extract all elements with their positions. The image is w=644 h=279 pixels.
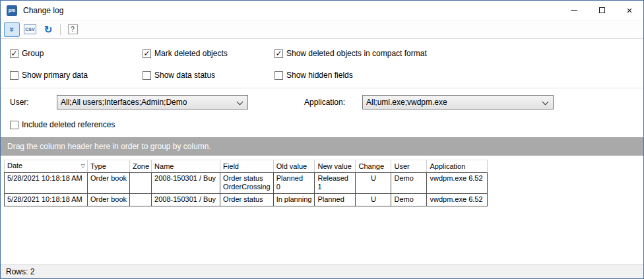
grid-body: 5/28/2021 10:18:18 AMOrder book2008-1503… bbox=[5, 173, 488, 206]
rows-count: Rows: 2 bbox=[6, 267, 34, 276]
column-header-label: Zone bbox=[133, 162, 149, 170]
toolbar-separator bbox=[60, 24, 61, 35]
checkbox-label: Include deleted references bbox=[22, 120, 115, 129]
column-header-label: New value bbox=[317, 162, 351, 170]
cell-application: vwdpm.exe 6.52 bbox=[427, 194, 488, 206]
cell-type: Order book bbox=[88, 173, 130, 194]
chevron-down-icon bbox=[237, 99, 243, 106]
column-header-user[interactable]: User bbox=[391, 160, 427, 173]
refresh-icon: ↻ bbox=[44, 24, 53, 34]
checkbox-label: Show data status bbox=[154, 71, 215, 80]
cell-user: Demo bbox=[391, 194, 427, 206]
close-button[interactable]: × bbox=[616, 1, 643, 20]
checkbox-checked-icon bbox=[274, 49, 283, 58]
close-icon: × bbox=[627, 5, 633, 15]
checkbox-label: Mark deleted objects bbox=[154, 49, 228, 58]
application-label: Application: bbox=[304, 98, 362, 107]
group-hint-text: Drag the column header here in order to … bbox=[7, 142, 211, 151]
column-header-label: Field bbox=[223, 162, 239, 170]
checkbox-show-data-status[interactable]: Show data status bbox=[143, 69, 274, 82]
column-header-label: Change bbox=[358, 162, 384, 170]
column-header-application[interactable]: Application bbox=[427, 160, 488, 173]
user-combobox-value: All;All users;Interfaces;Admin;Demo bbox=[61, 98, 187, 107]
cell-old-value: Planned 0 bbox=[273, 173, 315, 194]
cell-change: U bbox=[356, 173, 391, 194]
user-combobox[interactable]: All;All users;Interfaces;Admin;Demo bbox=[57, 95, 248, 109]
minimize-button[interactable] bbox=[560, 1, 588, 20]
cell-old-value: In planning bbox=[273, 194, 315, 206]
table-row[interactable]: 5/28/2021 10:18:18 AMOrder book2008-1503… bbox=[5, 173, 488, 194]
cell-zone bbox=[130, 194, 152, 206]
cell-field: Order status OrderCrossing bbox=[220, 173, 274, 194]
checkbox-label: Show primary data bbox=[22, 71, 88, 80]
change-log-window: pm Change log × » CSV ↻ ? bbox=[0, 0, 644, 279]
column-header-type[interactable]: Type bbox=[88, 160, 130, 173]
sort-descending-icon: ▽ bbox=[81, 162, 85, 170]
app-icon: pm bbox=[7, 5, 17, 16]
checkbox-unchecked-icon bbox=[274, 71, 283, 80]
checkbox-show-deleted-objects-in-compact-format[interactable]: Show deleted objects in compact format bbox=[274, 47, 643, 60]
cell-zone bbox=[130, 173, 152, 194]
titlebar: pm Change log × bbox=[1, 1, 643, 20]
checkbox-show-hidden-fields[interactable]: Show hidden fields bbox=[274, 69, 643, 82]
options-panel: GroupMark deleted objectsShow deleted ob… bbox=[1, 39, 643, 88]
refresh-button[interactable]: ↻ bbox=[40, 22, 56, 37]
checkbox-label: Group bbox=[22, 49, 44, 58]
app-icon-text: pm bbox=[9, 8, 16, 13]
column-header-label: Type bbox=[90, 162, 106, 170]
collapse-options-button[interactable]: » bbox=[4, 22, 20, 37]
change-log-table: ▽DateTypeZoneNameFieldOld valueNew value… bbox=[4, 160, 488, 206]
filters-panel: User: All;All users;Interfaces;Admin;Dem… bbox=[1, 88, 643, 137]
column-header-label: Date bbox=[7, 162, 22, 170]
maximize-icon bbox=[599, 7, 605, 13]
cell-new-value: Released 1 bbox=[315, 173, 356, 194]
column-header-new-value[interactable]: New value bbox=[315, 160, 356, 173]
application-combobox[interactable]: All;uml.exe;vwdpm.exe bbox=[362, 95, 554, 109]
column-header-zone[interactable]: Zone bbox=[130, 160, 152, 173]
grid-area: ▽DateTypeZoneNameFieldOld valueNew value… bbox=[1, 156, 643, 264]
checkbox-label: Show hidden fields bbox=[286, 71, 353, 80]
column-header-old-value[interactable]: Old value bbox=[273, 160, 315, 173]
include-deleted-references-checkbox[interactable]: Include deleted references bbox=[10, 118, 643, 131]
export-csv-button[interactable]: CSV bbox=[22, 22, 38, 37]
cell-name: 2008-150301 / Buy bbox=[152, 173, 220, 194]
table-row[interactable]: 5/28/2021 10:18:18 AMOrder book2008-1503… bbox=[5, 194, 488, 206]
cell-user: Demo bbox=[391, 173, 427, 194]
minimize-icon bbox=[571, 10, 577, 11]
checkbox-unchecked-icon bbox=[10, 121, 18, 129]
cell-new-value: Planned bbox=[315, 194, 356, 206]
column-header-label: Name bbox=[154, 162, 174, 170]
options-checkboxes: GroupMark deleted objectsShow deleted ob… bbox=[10, 47, 643, 82]
help-button[interactable]: ? bbox=[65, 22, 80, 37]
statusbar: Rows: 2 bbox=[1, 264, 643, 278]
cell-field: Order status bbox=[220, 194, 274, 206]
user-label: User: bbox=[10, 98, 57, 107]
cell-name: 2008-150301 / Buy bbox=[152, 194, 220, 206]
column-header-date[interactable]: ▽Date bbox=[5, 160, 88, 173]
checkbox-unchecked-icon bbox=[143, 71, 151, 80]
column-header-field[interactable]: Field bbox=[220, 160, 274, 173]
help-icon: ? bbox=[68, 24, 78, 34]
cell-application: vwdpm.exe 6.52 bbox=[427, 173, 488, 194]
window-controls: × bbox=[560, 1, 643, 20]
cell-date: 5/28/2021 10:18:18 AM bbox=[5, 173, 88, 194]
cell-type: Order book bbox=[88, 194, 130, 206]
chevron-double-down-icon: » bbox=[8, 25, 16, 34]
window-title: Change log bbox=[23, 6, 63, 15]
checkbox-group[interactable]: Group bbox=[10, 47, 143, 60]
maximize-button[interactable] bbox=[588, 1, 616, 20]
filter-row: User: All;All users;Interfaces;Admin;Dem… bbox=[10, 95, 643, 109]
checkbox-label: Show deleted objects in compact format bbox=[286, 49, 427, 58]
checkbox-mark-deleted-objects[interactable]: Mark deleted objects bbox=[143, 47, 274, 60]
column-header-change[interactable]: Change bbox=[356, 160, 391, 173]
toolbar: » CSV ↻ ? bbox=[1, 20, 643, 39]
checkbox-show-primary-data[interactable]: Show primary data bbox=[10, 69, 143, 82]
header-row: ▽DateTypeZoneNameFieldOld valueNew value… bbox=[5, 160, 488, 173]
column-header-label: Old value bbox=[276, 162, 307, 170]
column-header-label: Application bbox=[430, 162, 465, 170]
checkbox-checked-icon bbox=[10, 49, 18, 58]
checkbox-unchecked-icon bbox=[10, 71, 18, 80]
column-header-name[interactable]: Name bbox=[152, 160, 220, 173]
group-by-band[interactable]: Drag the column header here in order to … bbox=[1, 137, 643, 156]
cell-date: 5/28/2021 10:18:18 AM bbox=[5, 194, 88, 206]
